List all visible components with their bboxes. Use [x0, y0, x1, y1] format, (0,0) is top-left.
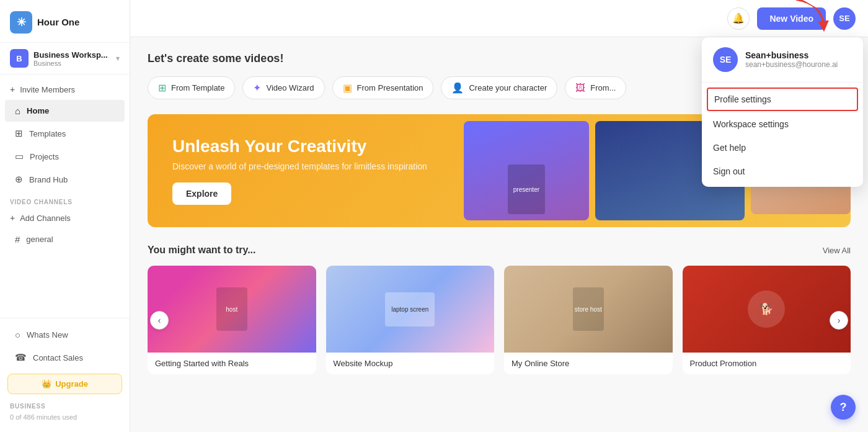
dropdown-email: sean+business@hourone.ai: [745, 60, 838, 69]
user-avatar-button[interactable]: SE: [833, 7, 856, 30]
template-title-1: Getting Started with Reals: [148, 353, 316, 374]
dropdown-item-profile[interactable]: Profile settings: [707, 88, 858, 111]
banner-title: Unleash Your Creativity: [172, 137, 427, 156]
sidebar-item-general-label: general: [26, 235, 53, 244]
action-from-misc[interactable]: 🖼 From...: [565, 76, 626, 99]
carousel-next-button[interactable]: ›: [830, 311, 848, 330]
template-card-3[interactable]: store host My Online Store: [504, 266, 673, 374]
sidebar-item-brandhub-label: Brand Hub: [29, 175, 68, 184]
workspace-name: Business Worksp...: [33, 50, 111, 60]
sidebar-item-templates-label: Templates: [29, 129, 66, 138]
sidebar-item-general[interactable]: # general: [5, 228, 125, 250]
explore-button[interactable]: Explore: [172, 182, 231, 205]
carousel-prev-button[interactable]: ‹: [150, 311, 169, 330]
projects-icon: ▭: [15, 151, 24, 162]
dropdown-item-workspace[interactable]: Workspace settings: [702, 112, 863, 136]
action-character-label: Create your character: [469, 83, 547, 92]
minutes-used-text: 0 of 486 minutes used: [0, 411, 130, 427]
action-create-character[interactable]: 👤 Create your character: [441, 76, 557, 99]
action-from-template[interactable]: ⊞ From Template: [148, 76, 235, 99]
template-thumb-3: store host: [504, 266, 673, 353]
invite-members-button[interactable]: + Invite Members: [0, 79, 130, 99]
sidebar-item-projects-label: Projects: [30, 152, 59, 161]
notifications-button[interactable]: 🔔: [727, 7, 750, 30]
template-card-2[interactable]: laptop screen Website Mockup: [326, 266, 495, 374]
dropdown-user-info: Sean+business sean+business@hourone.ai: [745, 50, 838, 69]
templates-icon: ⊞: [15, 128, 23, 139]
invite-members-label: Invite Members: [20, 85, 75, 94]
sidebar-item-brandhub[interactable]: ⊕ Brand Hub: [5, 168, 125, 191]
template-title-3: My Online Store: [504, 353, 673, 374]
sidebar-item-templates[interactable]: ⊞ Templates: [5, 122, 125, 145]
logo-icon: ✳: [10, 11, 32, 34]
sidebar-item-whatsnew-label: Whats New: [27, 330, 68, 340]
phone-icon: ☎: [15, 352, 27, 363]
template-thumb-4: 🐕: [683, 266, 851, 353]
suggestions-title: You might want to try...: [148, 245, 256, 256]
sidebar-item-home-label: Home: [27, 106, 49, 115]
dropdown-item-help[interactable]: Get help: [702, 136, 863, 160]
dropdown-user-header: SE Sean+business sean+business@hourone.a…: [702, 37, 863, 83]
plus-icon: +: [10, 84, 15, 94]
workspace-selector[interactable]: B Business Worksp... Business ▾: [0, 43, 130, 74]
presentation-icon: ▣: [343, 82, 352, 94]
banner-subtitle: Discover a world of pre-designed templat…: [172, 161, 427, 171]
workspace-avatar: B: [10, 49, 29, 68]
upgrade-label: Upgrade: [55, 379, 88, 389]
template-thumb-1: host: [148, 266, 316, 353]
sidebar-item-home[interactable]: ⌂ Home: [5, 100, 125, 122]
help-button[interactable]: ?: [831, 395, 856, 420]
view-all-link[interactable]: View All: [823, 246, 851, 255]
video-channels-label: VIDEO CHANNELS: [0, 191, 130, 208]
sidebar-item-contactsales-label: Contact Sales: [33, 353, 83, 362]
sidebar-nav: + Invite Members ⌂ Home ⊞ Templates ▭ Pr…: [0, 74, 130, 318]
user-dropdown-menu: SE Sean+business sean+business@hourone.a…: [702, 37, 863, 187]
banner-panel-1: presenter: [464, 121, 588, 220]
topbar: 🔔 New Video SE: [130, 0, 868, 37]
arrow-annotation: [784, 5, 834, 26]
plus-icon-channels: +: [10, 213, 15, 223]
template-thumb-2: laptop screen: [326, 266, 495, 353]
brandhub-icon: ⊕: [15, 174, 23, 185]
workspace-info: Business Worksp... Business: [33, 50, 111, 67]
dropdown-items-list: Profile settings Workspace settings Get …: [702, 83, 863, 187]
template-title-2: Website Mockup: [326, 353, 495, 374]
sidebar-item-contactsales[interactable]: ☎ Contact Sales: [5, 346, 125, 369]
action-template-label: From Template: [171, 83, 224, 92]
whatsnew-icon: ○: [15, 330, 20, 340]
logo-area: ✳ Hour One: [0, 0, 130, 43]
templates-carousel: ‹ host Getting Started with Reals laptop…: [148, 266, 851, 374]
hashtag-icon: #: [15, 234, 20, 245]
upgrade-button[interactable]: 👑 Upgrade: [7, 374, 122, 394]
dropdown-item-signout[interactable]: Sign out: [702, 160, 863, 183]
dropdown-username: Sean+business: [745, 50, 838, 60]
app-name: Hour One: [37, 17, 79, 28]
banner-text: Unleash Your Creativity Discover a world…: [172, 137, 427, 205]
template-icon: ⊞: [158, 82, 166, 94]
character-icon: 👤: [451, 82, 464, 94]
action-presentation-label: From Presentation: [357, 83, 423, 92]
action-video-wizard[interactable]: ✦ Video Wizard: [242, 76, 324, 99]
workspace-type: Business: [33, 60, 111, 67]
template-title-4: Product Promotion: [683, 353, 851, 374]
action-wizard-label: Video Wizard: [266, 83, 314, 92]
template-card-4[interactable]: 🐕 Product Promotion: [683, 266, 851, 374]
home-icon: ⌂: [15, 106, 20, 116]
action-misc-label: From...: [590, 83, 616, 92]
crown-icon: 👑: [42, 379, 51, 389]
action-from-presentation[interactable]: ▣ From Presentation: [332, 76, 434, 99]
add-channels-label: Add Channels: [20, 214, 71, 223]
misc-icon: 🖼: [575, 83, 585, 94]
dropdown-avatar: SE: [713, 47, 738, 72]
template-card-1[interactable]: host Getting Started with Reals: [148, 266, 316, 374]
wizard-icon: ✦: [253, 82, 261, 94]
templates-grid: host Getting Started with Reals laptop s…: [148, 266, 851, 374]
chevron-down-icon: ▾: [116, 54, 120, 63]
sidebar-bottom: ○ Whats New ☎ Contact Sales 👑 Upgrade BU…: [0, 318, 130, 432]
sidebar-item-whatsnew[interactable]: ○ Whats New: [5, 324, 125, 346]
suggestions-header: You might want to try... View All: [148, 245, 851, 256]
sidebar-item-projects[interactable]: ▭ Projects: [5, 145, 125, 168]
business-section-label: BUSINESS: [0, 399, 130, 411]
sidebar: ✳ Hour One B Business Worksp... Business…: [0, 0, 130, 432]
add-channels-button[interactable]: + Add Channels: [0, 208, 130, 228]
